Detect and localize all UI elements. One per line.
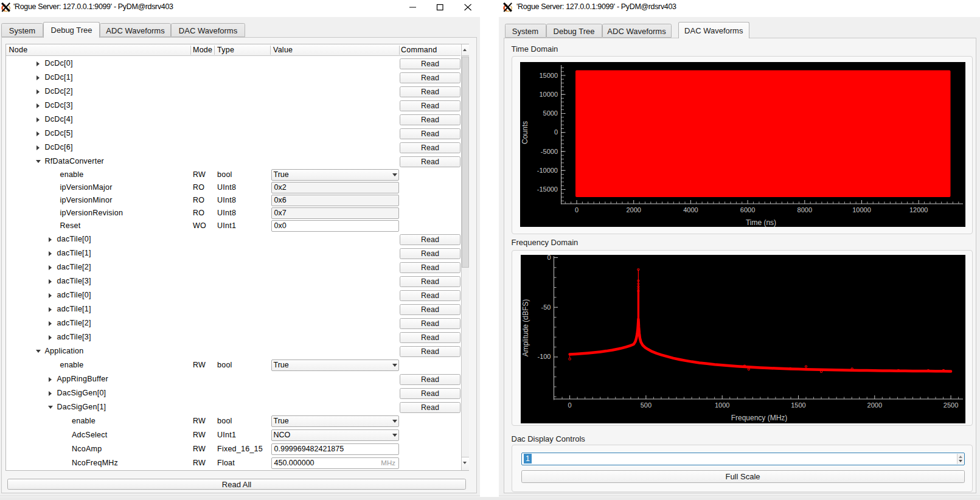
svg-text:0: 0 xyxy=(554,128,558,136)
svg-text:Amplitude (dBFS): Amplitude (dBFS) xyxy=(521,299,530,357)
svg-text:-50: -50 xyxy=(541,304,551,311)
svg-text:4000: 4000 xyxy=(683,206,698,214)
svg-text:12000: 12000 xyxy=(909,206,928,214)
svg-text:-100: -100 xyxy=(537,353,551,360)
svg-text:2000: 2000 xyxy=(626,206,641,214)
svg-text:Frequency (MHz): Frequency (MHz) xyxy=(731,414,788,422)
svg-text:10000: 10000 xyxy=(539,91,558,98)
svg-text:8000: 8000 xyxy=(798,206,812,214)
svg-text:-15000: -15000 xyxy=(537,186,558,193)
svg-text:0: 0 xyxy=(547,255,551,261)
svg-text:Time (ns): Time (ns) xyxy=(746,218,776,227)
svg-text:2500: 2500 xyxy=(944,401,958,409)
svg-text:15000: 15000 xyxy=(539,72,558,79)
svg-text:5000: 5000 xyxy=(543,109,558,117)
svg-text:-10000: -10000 xyxy=(537,167,558,174)
svg-text:6000: 6000 xyxy=(740,206,755,214)
svg-text:1000: 1000 xyxy=(715,401,729,409)
svg-text:Counts: Counts xyxy=(521,121,529,144)
svg-text:-5000: -5000 xyxy=(541,148,558,155)
svg-text:1500: 1500 xyxy=(791,401,805,409)
svg-text:0: 0 xyxy=(568,401,572,409)
svg-text:10000: 10000 xyxy=(852,206,871,214)
svg-text:2000: 2000 xyxy=(867,401,882,409)
svg-text:0: 0 xyxy=(575,206,579,214)
svg-text:500: 500 xyxy=(641,401,652,409)
